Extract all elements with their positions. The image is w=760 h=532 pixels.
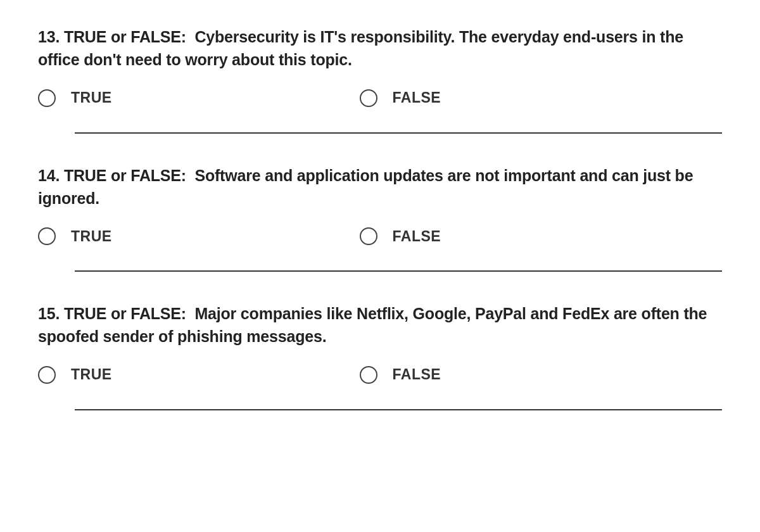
divider [75, 270, 722, 272]
question-prefix: TRUE or FALSE: [64, 167, 186, 184]
options-row: TRUE FALSE [38, 89, 722, 107]
option-true[interactable]: TRUE [38, 89, 360, 107]
radio-icon [38, 227, 56, 245]
radio-icon [38, 366, 56, 384]
question-number: 15. [38, 305, 60, 322]
question-number: 14. [38, 167, 60, 184]
option-false[interactable]: FALSE [360, 89, 722, 107]
option-false-label: FALSE [393, 89, 441, 106]
option-false-label: FALSE [393, 366, 441, 383]
option-true[interactable]: TRUE [38, 227, 360, 245]
option-true-label: TRUE [71, 89, 112, 106]
question-13: 13. TRUE or FALSE: Cybersecurity is IT's… [38, 25, 722, 107]
question-14: 14. TRUE or FALSE: Software and applicat… [38, 164, 722, 246]
divider [75, 409, 722, 410]
question-15: 15. TRUE or FALSE: Major companies like … [38, 302, 722, 384]
radio-icon [360, 227, 377, 245]
question-prefix: TRUE or FALSE: [64, 305, 186, 322]
question-13-text: 13. TRUE or FALSE: Cybersecurity is IT's… [38, 25, 722, 72]
question-prefix: TRUE or FALSE: [64, 28, 186, 46]
question-number: 13. [38, 28, 60, 46]
question-15-text: 15. TRUE or FALSE: Major companies like … [38, 302, 722, 348]
options-row: TRUE FALSE [38, 227, 722, 245]
radio-icon [38, 89, 56, 107]
options-row: TRUE FALSE [38, 366, 722, 384]
divider [75, 132, 722, 134]
radio-icon [360, 89, 377, 107]
option-true-label: TRUE [71, 228, 112, 245]
option-true-label: TRUE [71, 366, 112, 383]
option-false[interactable]: FALSE [360, 366, 722, 384]
option-false[interactable]: FALSE [360, 227, 722, 245]
question-14-text: 14. TRUE or FALSE: Software and applicat… [38, 164, 722, 210]
option-true[interactable]: TRUE [38, 366, 360, 384]
radio-icon [360, 366, 377, 384]
option-false-label: FALSE [393, 228, 441, 245]
